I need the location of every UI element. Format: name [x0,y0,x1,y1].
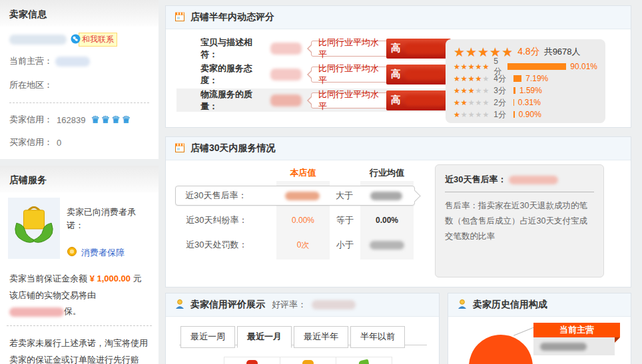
main-business-redacted [55,57,90,67]
shop-service-card: 店铺服务 卖家已向消费者承诺： 消费者保障 [0,166,159,364]
main-business-label: 当前主营： [9,56,53,66]
negative-icon [358,359,370,364]
higher-badge: 高 [391,94,401,106]
dist-percent: 0.31% [518,98,541,107]
industry-value-redacted [370,241,404,250]
tooltip-title: 近30天售后率： [445,174,506,184]
dist-percent: 7.19% [525,74,548,83]
divider [9,102,149,103]
guarantor-redacted [9,307,64,317]
aftersale-rate-row[interactable]: 近30天售后率： 大于 [175,186,415,206]
dist-label: 4分 [493,73,509,85]
seller-credit-label: 卖家信用： [9,114,53,126]
deposit-text: 卖家当前保证金余额 ¥ 1,000.00 元 该店铺的实物交易将由保。 [0,263,159,321]
compensation-text: 若卖家未履行上述承诺，淘宝将使用卖家的保证金或订单险进行先行赔付。 [9,338,148,364]
row-label: 近30天处罚数： [176,239,276,251]
dispute-rate-row: 近30天纠纷率： 0.00% 等于 0.00% [176,210,415,230]
history-panel-title: 卖家历史信用构成 [473,299,547,311]
compare-bubble: 比同行业平均水平 高 [311,92,451,108]
contact-me-button[interactable]: 和我联系 [79,33,117,47]
history-panel: 卖家历史信用构成 当前主营 [448,293,631,364]
dist-percent: 0.90% [519,110,541,119]
service-panel: 店铺30天内服务情况 本店值 行业均值 近30天售后率： 大于 近30天纠纷率：… [165,136,631,287]
industry-col-header: 行业均值 [360,167,414,179]
buyer-credit-row: 买家信用： 0 [9,131,149,159]
seller-info-card: 卖家信息 和我联系 当前主营： 所在地区： 卖家信用： 162839 ♛♛♛♛ [0,0,159,159]
rating-panel: 卖家信用评价展示 好评率： 最近一周最近一月最近半年半年以前 [165,293,440,364]
dsr-panel: 店铺半年内动态评分 宝贝与描述相符： 比同行业平均水平 高 卖家的服务态度： 比… [165,5,631,128]
deposit-unit: 元 [133,273,142,283]
row-label: 近30天售后率： [176,190,276,202]
shop-col-header: 本店值 [276,167,330,179]
compare-bubble: 比同行业平均水平 高 [311,41,451,57]
person-icon [174,299,185,311]
shop-value-redacted [285,192,320,200]
deposit-line2-suffix: 保。 [64,306,81,316]
good-rate-redacted [312,300,356,309]
hands-bag-icon [8,198,60,259]
tab-last-month[interactable]: 最近一月 [237,326,292,348]
praise-icon [246,360,258,364]
higher-badge: 高 [391,42,401,55]
neutral-icon [302,360,314,364]
shop-value: 0次 [276,240,330,251]
divider [445,192,594,192]
dsr-score-redacted [270,69,302,81]
shop-value: 0.00% [276,216,330,225]
negative-rating-cell [336,357,392,364]
medal-icon [67,246,77,259]
buyer-credit-value: 0 [57,138,61,148]
rating-panel-title: 卖家信用评价展示 [190,299,265,311]
row-label: 近30天纠纷率： [176,214,276,226]
current-business-ribbon: 当前主营 [533,323,620,337]
relation: 大于 [329,190,360,202]
dsr-row-description: 宝贝与描述相符： 比同行业平均水平 高 [176,37,451,60]
tab-before-half-year[interactable]: 半年以前 [350,326,405,348]
credit-history-pie [469,335,533,364]
dsr-row-label: 宝贝与描述相符： [200,37,266,61]
star-rating: ★★★★★★★★★★ [454,87,489,94]
seller-credit-row: 卖家信用： 162839 ♛♛♛♛ [9,108,149,131]
dsr-score-redacted [270,43,302,55]
dist-bar [507,63,567,70]
dist-row-3: ★★★★★★★★★★ 3分 1.59% [454,85,597,96]
rating-count: 共9678人 [544,46,581,58]
seller-info-title: 卖家信息 [0,0,159,27]
compare-pct-redacted [404,43,446,54]
main-business-row: 当前主营： [9,49,149,73]
consumer-protection-link[interactable]: 消费者保障 [81,247,125,259]
seller-credit-value: 162839 [57,115,85,125]
wangwang-icon [71,34,81,46]
dsr-score-redacted [270,94,302,106]
star-rating: ★★★★★★★★★★ [454,111,489,118]
compare-text: 比同行业平均水平 [318,37,380,61]
dist-bar [513,87,515,94]
tab-last-week[interactable]: 最近一周 [180,326,235,348]
overall-score: 4.8分 [517,46,539,58]
dist-row-5: ★★★★★★★★★★ 5分 90.01% [454,61,597,73]
star-rating: ★★★★★★★★★★ [454,63,489,71]
dist-bar [513,99,514,106]
tab-last-half-year[interactable]: 最近半年 [294,326,348,348]
industry-value-redacted [370,192,402,200]
aftersale-tooltip: 近30天售后率： 售后率：指卖家在近30天退款成功的笔数（包含售后成立）占近30… [435,164,604,277]
dsr-panel-title: 店铺半年内动态评分 [190,11,274,23]
good-rating-cell [224,357,280,364]
deposit-prefix: 卖家当前保证金余额 [9,273,87,283]
dsr-row-logistics: 物流服务的质量： 比同行业平均水平 高 [176,89,451,112]
relation: 等于 [330,214,360,226]
dist-label: 3分 [493,85,509,96]
region-row: 所在地区： [9,73,149,97]
dist-label: 2分 [493,97,509,108]
divider [7,325,152,326]
dist-percent: 90.01% [570,62,597,71]
region-label: 所在地区： [9,80,53,90]
person-icon [457,299,468,311]
deposit-amount: ¥ 1,000.00 [90,273,131,283]
rating-summary-box: ★★★★★★★★★★ 4.8分 共9678人 ★★★★★★★★★★ 5分 90.… [446,39,605,123]
good-rate-label: 好评率： [272,299,306,311]
dsr-row-label: 卖家的服务态度： [200,63,266,87]
shop-service-title: 店铺服务 [0,166,159,192]
neutral-rating-cell [280,357,336,364]
compare-pct-redacted [404,69,446,80]
